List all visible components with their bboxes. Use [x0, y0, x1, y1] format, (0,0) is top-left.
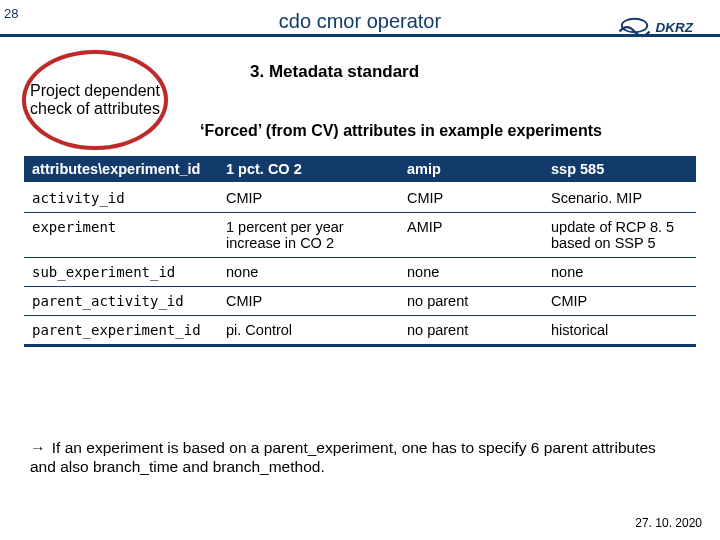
cell: none	[218, 258, 399, 287]
callout-text: Project dependent check of attributes	[26, 82, 164, 119]
svg-text:DKRZ: DKRZ	[656, 20, 694, 35]
arrow-icon: →	[30, 439, 48, 456]
table-row: sub_experiment_idnonenonenone	[24, 258, 696, 287]
header-divider	[0, 34, 720, 37]
callout-ellipse: Project dependent check of attributes	[22, 50, 168, 150]
col-header: attributes\experiment_id	[24, 156, 218, 183]
table-header-row: attributes\experiment_id 1 pct. CO 2 ami…	[24, 156, 696, 183]
col-header: ssp 585	[543, 156, 696, 183]
cell: pi. Control	[218, 316, 399, 346]
slide-date: 27. 10. 2020	[635, 516, 702, 530]
cell: none	[543, 258, 696, 287]
top-bar: 28 cdo cmor operator DKRZ	[0, 10, 720, 34]
slide: 28 cdo cmor operator DKRZ Project depend…	[0, 0, 720, 540]
row-label: activity_id	[24, 183, 218, 213]
cell: none	[399, 258, 543, 287]
cell: update of RCP 8. 5 based on SSP 5	[543, 213, 696, 258]
section-subheading: ‘Forced’ (from CV) attributes in example…	[200, 122, 602, 140]
row-label: experiment	[24, 213, 218, 258]
attributes-table: attributes\experiment_id 1 pct. CO 2 ami…	[24, 156, 696, 347]
row-label: parent_activity_id	[24, 287, 218, 316]
cell: CMIP	[218, 287, 399, 316]
footnote: → If an experiment is based on a parent_…	[30, 438, 680, 477]
cell: CMIP	[218, 183, 399, 213]
cell: AMIP	[399, 213, 543, 258]
cell: Scenario. MIP	[543, 183, 696, 213]
cell: CMIP	[543, 287, 696, 316]
table-row: activity_idCMIPCMIPScenario. MIP	[24, 183, 696, 213]
col-header: amip	[399, 156, 543, 183]
table-row: parent_experiment_idpi. Controlno parent…	[24, 316, 696, 346]
row-label: sub_experiment_id	[24, 258, 218, 287]
table-row: experiment1 percent per year increase in…	[24, 213, 696, 258]
table-row: parent_activity_idCMIPno parentCMIP	[24, 287, 696, 316]
footnote-text: If an experiment is based on a parent_ex…	[30, 439, 656, 475]
cell: no parent	[399, 287, 543, 316]
cell: CMIP	[399, 183, 543, 213]
section-heading: 3. Metadata standard	[250, 62, 419, 82]
cell: no parent	[399, 316, 543, 346]
slide-title: cdo cmor operator	[0, 10, 720, 33]
col-header: 1 pct. CO 2	[218, 156, 399, 183]
cell: 1 percent per year increase in CO 2	[218, 213, 399, 258]
cell: historical	[543, 316, 696, 346]
row-label: parent_experiment_id	[24, 316, 218, 346]
